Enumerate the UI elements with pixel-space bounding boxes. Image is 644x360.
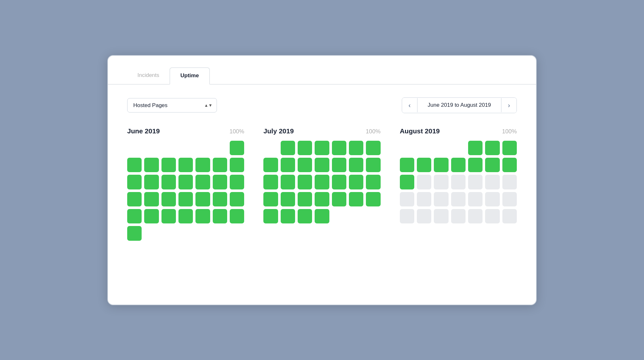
day-cell-august2019-21: [451, 192, 466, 206]
day-blank: [451, 141, 466, 155]
day-cell-june2019-11: [161, 175, 176, 189]
day-cell-august2019-8: [468, 158, 483, 172]
day-cell-august2019-4: [400, 158, 414, 172]
date-nav: ‹ June 2019 to August 2019 ›: [402, 97, 517, 113]
day-cell-july2019-7: [263, 158, 278, 172]
calendars-row: June 2019100%July 2019100%August 2019100…: [127, 127, 517, 241]
date-prev-button[interactable]: ‹: [402, 98, 417, 113]
day-cell-august2019-12: [417, 175, 431, 189]
day-cell-june2019-19: [178, 192, 193, 206]
day-blank: [213, 141, 227, 155]
day-cell-august2019-11: [400, 175, 414, 189]
calendar-month-july2019: July 2019: [263, 127, 294, 135]
day-cell-june2019-4: [161, 158, 176, 172]
day-cell-june2019-30: [127, 226, 142, 240]
calendar-june2019: June 2019100%: [127, 127, 244, 241]
day-cell-august2019-16: [485, 175, 500, 189]
calendar-pct-august2019: 100%: [502, 128, 517, 135]
day-cell-july2019-13: [366, 158, 380, 172]
day-cell-july2019-31: [315, 209, 329, 223]
day-cell-july2019-26: [349, 192, 363, 206]
day-cell-august2019-22: [468, 192, 483, 206]
day-cell-july2019-17: [315, 175, 329, 189]
day-cell-june2019-23: [127, 209, 142, 223]
day-cell-august2019-19: [417, 192, 431, 206]
day-cell-july2019-30: [298, 209, 312, 223]
day-cell-june2019-5: [178, 158, 193, 172]
day-cell-august2019-15: [468, 175, 483, 189]
day-cell-august2019-7: [451, 158, 466, 172]
tab-incidents[interactable]: Incidents: [127, 68, 169, 85]
day-cell-august2019-31: [502, 209, 517, 223]
day-cell-august2019-20: [434, 192, 448, 206]
day-cell-july2019-15: [281, 175, 295, 189]
day-cell-june2019-27: [195, 209, 210, 223]
day-cell-july2019-21: [263, 192, 278, 206]
category-select[interactable]: Hosted Pages API Dashboard Webhooks: [127, 98, 217, 113]
day-cell-july2019-24: [315, 192, 329, 206]
date-next-button[interactable]: ›: [501, 98, 516, 113]
day-cell-july2019-25: [332, 192, 346, 206]
day-cell-june2019-8: [230, 158, 244, 172]
day-cell-august2019-18: [400, 192, 414, 206]
calendar-august2019: August 2019100%: [400, 127, 517, 241]
calendar-pct-june2019: 100%: [229, 128, 244, 135]
day-blank: [127, 141, 142, 155]
day-cell-july2019-11: [332, 158, 346, 172]
day-cell-august2019-25: [400, 209, 414, 223]
day-cell-august2019-5: [417, 158, 431, 172]
day-cell-july2019-19: [349, 175, 363, 189]
calendar-header-june2019: June 2019100%: [127, 127, 244, 135]
day-cell-june2019-18: [161, 192, 176, 206]
day-cell-june2019-1: [230, 141, 244, 155]
day-cell-june2019-17: [144, 192, 159, 206]
day-cell-july2019-22: [281, 192, 295, 206]
day-cell-june2019-16: [127, 192, 142, 206]
day-cell-august2019-9: [485, 158, 500, 172]
calendar-pct-july2019: 100%: [366, 128, 381, 135]
calendar-grid-august2019: [400, 141, 517, 224]
day-cell-june2019-28: [213, 209, 227, 223]
day-cell-june2019-6: [195, 158, 210, 172]
day-cell-june2019-25: [161, 209, 176, 223]
day-cell-july2019-20: [366, 175, 380, 189]
day-cell-june2019-13: [195, 175, 210, 189]
day-cell-june2019-29: [230, 209, 244, 223]
content-area: Hosted Pages API Dashboard Webhooks ▲▼ ‹…: [108, 85, 536, 260]
day-cell-june2019-15: [230, 175, 244, 189]
day-cell-june2019-12: [178, 175, 193, 189]
day-cell-august2019-1: [468, 141, 483, 155]
date-range-label: June 2019 to August 2019: [417, 98, 502, 112]
day-cell-august2019-10: [502, 158, 517, 172]
day-cell-june2019-2: [127, 158, 142, 172]
day-cell-july2019-6: [366, 141, 380, 155]
day-blank: [161, 141, 176, 155]
day-cell-august2019-17: [502, 175, 517, 189]
day-cell-june2019-9: [127, 175, 142, 189]
day-blank: [434, 141, 448, 155]
day-cell-august2019-14: [451, 175, 466, 189]
day-cell-july2019-10: [315, 158, 329, 172]
day-cell-july2019-8: [281, 158, 295, 172]
tab-uptime[interactable]: Uptime: [169, 67, 210, 85]
calendar-grid-june2019: [127, 141, 244, 241]
calendar-header-july2019: July 2019100%: [263, 127, 380, 135]
day-cell-july2019-3: [315, 141, 329, 155]
day-cell-july2019-1: [281, 141, 295, 155]
day-cell-june2019-20: [195, 192, 210, 206]
day-cell-august2019-28: [451, 209, 466, 223]
day-cell-august2019-29: [468, 209, 483, 223]
day-cell-august2019-6: [434, 158, 448, 172]
calendar-header-august2019: August 2019100%: [400, 127, 517, 135]
day-cell-june2019-21: [213, 192, 227, 206]
day-cell-july2019-23: [298, 192, 312, 206]
day-cell-july2019-2: [298, 141, 312, 155]
tabs-bar: Incidents Uptime: [108, 56, 536, 85]
day-cell-june2019-14: [213, 175, 227, 189]
day-cell-july2019-12: [349, 158, 363, 172]
day-blank: [417, 141, 431, 155]
day-blank: [178, 141, 193, 155]
day-cell-august2019-24: [502, 192, 517, 206]
day-cell-july2019-9: [298, 158, 312, 172]
calendar-month-august2019: August 2019: [400, 127, 440, 135]
